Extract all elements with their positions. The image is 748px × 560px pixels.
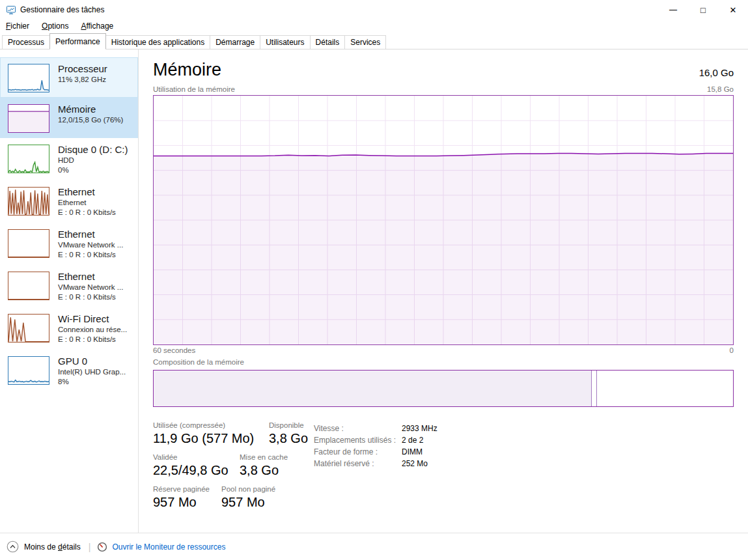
sidebar-item-title: Mémoire (58, 103, 123, 115)
sidebar-item-subtitle: E : 0 R : 0 Kbits/s (58, 250, 123, 260)
sidebar-item-subtitle: Intel(R) UHD Grap... (58, 367, 126, 377)
sidebar-item-memory[interactable]: Mémoire12,0/15,8 Go (76%) (0, 98, 138, 138)
sidebar-item-ethernet2[interactable]: EthernetVMware Network ...E : 0 R : 0 Kb… (0, 223, 138, 265)
time-axis-label: 60 secondes (153, 346, 195, 356)
composition-segment-standby (592, 371, 597, 406)
memory-stats: Utilisée (compressée)11,9 Go (577 Mo)Dis… (153, 421, 734, 510)
stat-pool-non-pagin-: Pool non paginé957 Mo (221, 485, 275, 510)
sidebar-item-ethernet3[interactable]: EthernetVMware Network ...E : 0 R : 0 Kb… (0, 265, 138, 307)
chevron-up-circle-icon (7, 540, 19, 553)
close-button[interactable]: ✕ (718, 0, 748, 20)
sidebar-item-subtitle: 11% 3,82 GHz (58, 75, 107, 85)
stat-r-serve-pagin-e: Réserve paginée957 Mo (153, 485, 221, 510)
memory-stats-right: Vitesse :2933 MHzEmplacements utilisés :… (314, 423, 437, 469)
window-title: Gestionnaire des tâches (20, 5, 104, 14)
stat-vitesse-: Vitesse :2933 MHz (314, 423, 437, 434)
memory-mini-graph (8, 104, 49, 133)
stat-disponible: Disponible3,8 Go (269, 421, 308, 446)
stat-mat-riel-r-serv-: Matériel réservé :252 Mo (314, 458, 437, 469)
sidebar-item-subtitle: VMware Network ... (58, 283, 123, 292)
stat-utilis-e-compress-e-: Utilisée (compressée)11,9 Go (577 Mo) (153, 421, 269, 446)
tab-processus[interactable]: Processus (2, 35, 50, 49)
footer-divider: | (89, 542, 91, 552)
sidebar-item-subtitle: Connexion au rése... (58, 325, 127, 335)
resource-monitor-icon (97, 542, 107, 552)
wifi-direct-mini-graph (8, 314, 49, 343)
sidebar-item-wifi-direct[interactable]: Wi-Fi DirectConnexion au rése...E : 0 R … (0, 307, 138, 350)
performance-sidebar: Processeur11% 3,82 GHzMémoire12,0/15,8 G… (0, 49, 139, 533)
zero-axis-label: 0 (730, 346, 734, 356)
sidebar-item-subtitle: 12,0/15,8 Go (76%) (58, 115, 123, 125)
stat-emplacements-utilis-s-: Emplacements utilisés :2 de 2 (314, 434, 437, 446)
sidebar-item-title: Ethernet (58, 228, 123, 240)
app-icon (6, 5, 16, 15)
sidebar-item-subtitle: HDD (58, 156, 128, 165)
sidebar-item-title: Processeur (58, 63, 107, 75)
tab-historique-des-applications[interactable]: Historique des applications (105, 35, 210, 49)
maximize-button[interactable]: □ (688, 0, 718, 20)
sidebar-item-subtitle: E : 0 R : 0 Kbits/s (58, 292, 123, 302)
gpu0-mini-graph (8, 356, 49, 385)
ethernet1-mini-graph (8, 187, 49, 216)
sidebar-item-title: Disque 0 (D: C:) (58, 143, 128, 156)
stat-mise-en-cache: Mise en cache3,8 Go (240, 453, 288, 478)
sidebar-item-subtitle: E : 0 R : 0 Kbits/s (58, 335, 127, 344)
minimize-button[interactable]: — (658, 0, 688, 20)
tab-d-tails[interactable]: Détails (310, 35, 346, 49)
sidebar-item-subtitle: Ethernet (58, 198, 116, 208)
disk0-mini-graph (8, 145, 49, 173)
sidebar-item-title: GPU 0 (58, 355, 126, 367)
tab-bar: ProcessusPerformanceHistorique des appli… (0, 34, 748, 49)
memory-usage-chart[interactable] (153, 95, 734, 345)
sidebar-item-cpu[interactable]: Processeur11% 3,82 GHz (0, 57, 138, 98)
memory-panel: Mémoire 16,0 Go Utilisation de la mémoir… (139, 49, 748, 533)
open-resource-monitor-link[interactable]: Ouvrir le Moniteur de ressources (97, 542, 225, 552)
menu-fichier[interactable]: Fichier (6, 20, 35, 33)
status-bar: Moins de détails | Ouvrir le Moniteur de… (0, 533, 748, 560)
composition-label: Composition de la mémoire (153, 358, 734, 370)
stat-facteur-de-forme-: Facteur de forme :DIMM (314, 446, 437, 458)
sidebar-item-ethernet1[interactable]: EthernetEthernetE : 0 R : 0 Kbits/s (0, 180, 138, 223)
cpu-mini-graph (8, 64, 49, 92)
menu-options[interactable]: Options (42, 20, 74, 33)
tab-utilisateurs[interactable]: Utilisateurs (260, 35, 310, 49)
sidebar-item-subtitle: E : 0 R : 0 Kbits/s (58, 208, 116, 217)
sidebar-item-subtitle: 0% (58, 165, 128, 175)
tab-services[interactable]: Services (344, 35, 386, 49)
sidebar-item-subtitle: 8% (58, 377, 126, 387)
sidebar-item-subtitle: VMware Network ... (58, 240, 123, 250)
menu-bar: Fichier Options Affichage (0, 20, 748, 34)
composition-segment-free (597, 371, 733, 406)
ethernet3-mini-graph (8, 272, 49, 300)
memory-stats-left: Utilisée (compressée)11,9 Go (577 Mo)Dis… (153, 421, 734, 510)
sidebar-item-title: Wi-Fi Direct (58, 313, 127, 325)
usage-chart-max: 15,8 Go (707, 85, 734, 93)
stat-valid-e: Validée22,5/49,8 Go (153, 453, 240, 478)
sidebar-item-title: Ethernet (58, 186, 116, 198)
memory-composition-bar[interactable] (153, 370, 734, 407)
usage-chart-label: Utilisation de la mémoire (153, 85, 235, 93)
page-title: Mémoire (153, 60, 221, 79)
tab-d-marrage[interactable]: Démarrage (210, 35, 260, 49)
sidebar-item-disk0[interactable]: Disque 0 (D: C:)HDD0% (0, 138, 138, 180)
title-bar: Gestionnaire des tâches — □ ✕ (0, 0, 748, 20)
sidebar-item-gpu0[interactable]: GPU 0Intel(R) UHD Grap...8% (0, 350, 138, 392)
menu-affichage[interactable]: Affichage (81, 20, 119, 33)
memory-total: 16,0 Go (699, 67, 734, 79)
tab-performance[interactable]: Performance (49, 33, 106, 49)
sidebar-item-title: Ethernet (58, 270, 123, 283)
composition-segment-in-use (154, 371, 592, 406)
ethernet2-mini-graph (8, 229, 49, 258)
fewer-details-button[interactable]: Moins de détails (7, 540, 81, 553)
